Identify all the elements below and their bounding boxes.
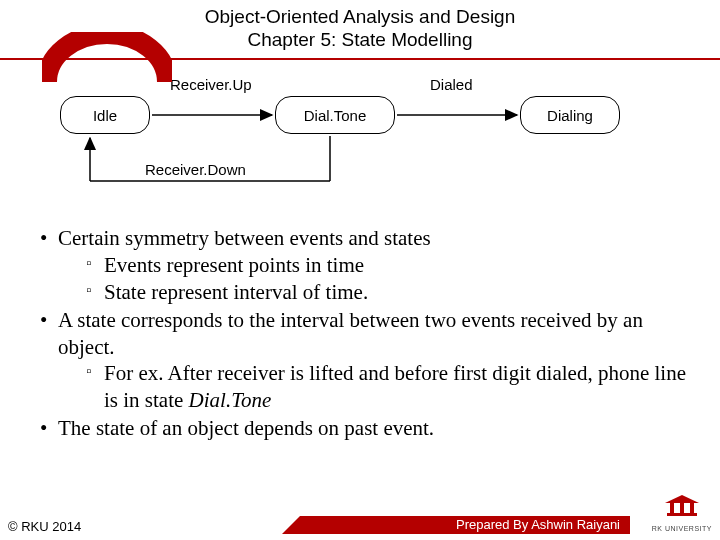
svg-rect-5 <box>667 513 697 516</box>
university-logo-icon <box>661 493 703 521</box>
svg-rect-6 <box>670 503 674 513</box>
state-diagram: Idle Dial.Tone Dialing Receiver.Up Diale… <box>20 76 660 216</box>
svg-marker-9 <box>665 495 699 503</box>
title-line-1: Object-Oriented Analysis and Design <box>0 6 720 29</box>
svg-rect-8 <box>690 503 694 513</box>
footer-logo: RK UNIVERSITY <box>652 493 712 532</box>
bullet-1: Certain symmetry between events and stat… <box>40 225 690 306</box>
slide-content: Certain symmetry between events and stat… <box>40 225 690 443</box>
footer-prepared: Prepared By Ashwin Raiyani <box>300 516 630 534</box>
decorative-arch <box>42 32 172 92</box>
footer-copyright: © RKU 2014 <box>8 519 81 534</box>
diagram-arrows <box>20 76 660 216</box>
bullet-2-sub-1: For ex. After receiver is lifted and bef… <box>86 360 690 414</box>
label-receiver-down: Receiver.Down <box>145 161 246 178</box>
label-dialed: Dialed <box>430 76 473 93</box>
bullet-3: The state of an object depends on past e… <box>40 415 690 442</box>
slide-footer: © RKU 2014 Prepared By Ashwin Raiyani RK… <box>0 514 720 534</box>
svg-rect-7 <box>680 503 684 513</box>
bullet-2: A state corresponds to the interval betw… <box>40 307 690 415</box>
bullet-1-sub-1: Events represent points in time <box>86 252 690 279</box>
bullet-1-sub-2: State represent interval of time. <box>86 279 690 306</box>
label-receiver-up: Receiver.Up <box>170 76 252 93</box>
footer-logo-text: RK UNIVERSITY <box>652 525 712 532</box>
